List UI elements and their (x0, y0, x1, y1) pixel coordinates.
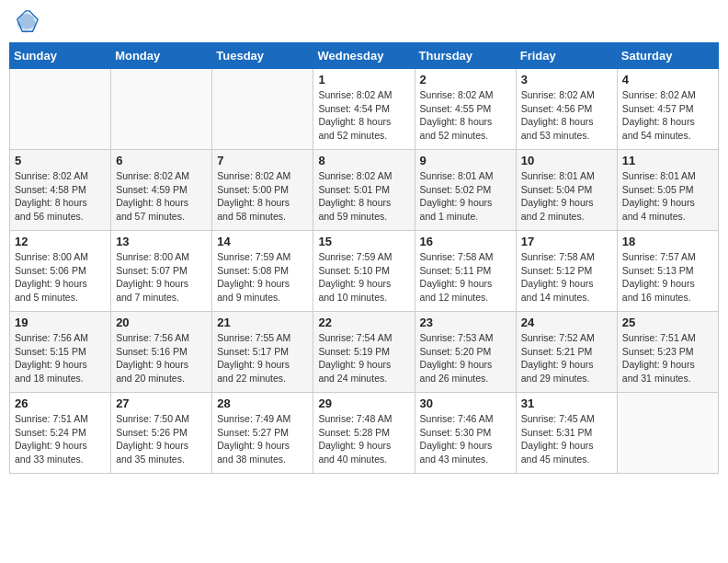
day-info: Sunrise: 7:54 AM Sunset: 5:19 PM Dayligh… (318, 331, 409, 385)
day-number: 12 (15, 235, 106, 248)
calendar-cell (212, 69, 313, 150)
day-number: 28 (217, 396, 308, 410)
day-info: Sunrise: 7:50 AM Sunset: 5:26 PM Dayligh… (116, 412, 207, 466)
calendar-cell: 5Sunrise: 8:02 AM Sunset: 4:58 PM Daylig… (10, 150, 111, 231)
calendar-cell: 14Sunrise: 7:59 AM Sunset: 5:08 PM Dayli… (212, 231, 313, 312)
calendar-cell: 23Sunrise: 7:53 AM Sunset: 5:20 PM Dayli… (415, 312, 516, 393)
weekday-header-row: SundayMondayTuesdayWednesdayThursdayFrid… (10, 43, 719, 69)
calendar-cell: 16Sunrise: 7:58 AM Sunset: 5:11 PM Dayli… (415, 231, 516, 312)
day-info: Sunrise: 7:49 AM Sunset: 5:27 PM Dayligh… (217, 412, 308, 466)
calendar-header: SundayMondayTuesdayWednesdayThursdayFrid… (10, 43, 719, 69)
day-info: Sunrise: 7:59 AM Sunset: 5:08 PM Dayligh… (217, 250, 308, 304)
day-info: Sunrise: 7:48 AM Sunset: 5:28 PM Dayligh… (318, 412, 409, 466)
weekday-friday: Friday (516, 43, 617, 69)
calendar-cell: 15Sunrise: 7:59 AM Sunset: 5:10 PM Dayli… (313, 231, 415, 312)
day-info: Sunrise: 8:02 AM Sunset: 4:54 PM Dayligh… (318, 88, 409, 143)
calendar-week-1: 1Sunrise: 8:02 AM Sunset: 4:54 PM Daylig… (10, 69, 719, 150)
page-header (9, 9, 719, 35)
day-info: Sunrise: 7:46 AM Sunset: 5:30 PM Dayligh… (420, 412, 511, 466)
calendar-body: 1Sunrise: 8:02 AM Sunset: 4:54 PM Daylig… (10, 69, 719, 474)
calendar-cell: 6Sunrise: 8:02 AM Sunset: 4:59 PM Daylig… (111, 150, 212, 231)
day-number: 14 (217, 235, 308, 248)
day-info: Sunrise: 7:59 AM Sunset: 5:10 PM Dayligh… (318, 250, 409, 304)
day-number: 5 (15, 154, 106, 167)
day-number: 18 (622, 235, 713, 248)
day-number: 7 (217, 154, 308, 167)
day-info: Sunrise: 7:53 AM Sunset: 5:20 PM Dayligh… (420, 331, 511, 385)
calendar-cell: 28Sunrise: 7:49 AM Sunset: 5:27 PM Dayli… (212, 393, 313, 474)
logo (14, 9, 43, 35)
day-number: 6 (116, 154, 207, 167)
day-number: 27 (116, 396, 207, 410)
day-number: 24 (521, 316, 612, 329)
day-number: 10 (521, 154, 612, 167)
calendar-cell: 29Sunrise: 7:48 AM Sunset: 5:28 PM Dayli… (313, 393, 415, 474)
day-info: Sunrise: 7:52 AM Sunset: 5:21 PM Dayligh… (521, 331, 612, 385)
day-info: Sunrise: 7:51 AM Sunset: 5:23 PM Dayligh… (622, 331, 713, 385)
day-number: 23 (420, 316, 511, 329)
calendar-cell: 10Sunrise: 8:01 AM Sunset: 5:04 PM Dayli… (516, 150, 617, 231)
day-info: Sunrise: 7:51 AM Sunset: 5:24 PM Dayligh… (15, 412, 106, 466)
weekday-thursday: Thursday (415, 43, 516, 69)
day-info: Sunrise: 7:56 AM Sunset: 5:15 PM Dayligh… (15, 331, 106, 385)
day-info: Sunrise: 8:02 AM Sunset: 5:01 PM Dayligh… (318, 169, 409, 224)
calendar-cell (617, 393, 718, 474)
day-number: 3 (521, 73, 612, 86)
calendar-cell: 17Sunrise: 7:58 AM Sunset: 5:12 PM Dayli… (516, 231, 617, 312)
weekday-tuesday: Tuesday (212, 43, 313, 69)
day-number: 13 (116, 235, 207, 248)
day-info: Sunrise: 8:01 AM Sunset: 5:02 PM Dayligh… (420, 169, 511, 224)
calendar-cell: 4Sunrise: 8:02 AM Sunset: 4:57 PM Daylig… (617, 69, 718, 150)
calendar-cell: 22Sunrise: 7:54 AM Sunset: 5:19 PM Dayli… (313, 312, 415, 393)
calendar-week-5: 26Sunrise: 7:51 AM Sunset: 5:24 PM Dayli… (10, 393, 719, 474)
calendar-cell: 25Sunrise: 7:51 AM Sunset: 5:23 PM Dayli… (617, 312, 718, 393)
day-number: 4 (622, 73, 713, 86)
day-number: 31 (521, 396, 612, 410)
day-number: 30 (420, 396, 511, 410)
day-info: Sunrise: 8:01 AM Sunset: 5:04 PM Dayligh… (521, 169, 612, 224)
day-info: Sunrise: 8:00 AM Sunset: 5:07 PM Dayligh… (116, 250, 207, 304)
day-number: 17 (521, 235, 612, 248)
calendar-cell (10, 69, 111, 150)
day-info: Sunrise: 7:45 AM Sunset: 5:31 PM Dayligh… (521, 412, 612, 466)
calendar-cell: 24Sunrise: 7:52 AM Sunset: 5:21 PM Dayli… (516, 312, 617, 393)
day-number: 1 (318, 73, 409, 86)
day-info: Sunrise: 8:02 AM Sunset: 4:58 PM Dayligh… (15, 169, 106, 224)
day-info: Sunrise: 8:01 AM Sunset: 5:05 PM Dayligh… (622, 169, 713, 224)
day-number: 21 (217, 316, 308, 329)
day-info: Sunrise: 7:55 AM Sunset: 5:17 PM Dayligh… (217, 331, 308, 385)
day-number: 25 (622, 316, 713, 329)
day-info: Sunrise: 8:02 AM Sunset: 4:56 PM Dayligh… (521, 88, 612, 143)
day-info: Sunrise: 8:02 AM Sunset: 5:00 PM Dayligh… (217, 169, 308, 224)
day-info: Sunrise: 7:56 AM Sunset: 5:16 PM Dayligh… (116, 331, 207, 385)
day-number: 9 (420, 154, 511, 167)
weekday-saturday: Saturday (617, 43, 718, 69)
calendar-week-2: 5Sunrise: 8:02 AM Sunset: 4:58 PM Daylig… (10, 150, 719, 231)
calendar-table: SundayMondayTuesdayWednesdayThursdayFrid… (9, 42, 719, 474)
calendar-cell: 18Sunrise: 7:57 AM Sunset: 5:13 PM Dayli… (617, 231, 718, 312)
calendar-cell: 30Sunrise: 7:46 AM Sunset: 5:30 PM Dayli… (415, 393, 516, 474)
weekday-monday: Monday (111, 43, 212, 69)
calendar-cell: 12Sunrise: 8:00 AM Sunset: 5:06 PM Dayli… (10, 231, 111, 312)
calendar-week-4: 19Sunrise: 7:56 AM Sunset: 5:15 PM Dayli… (10, 312, 719, 393)
calendar-cell: 31Sunrise: 7:45 AM Sunset: 5:31 PM Dayli… (516, 393, 617, 474)
calendar-cell: 7Sunrise: 8:02 AM Sunset: 5:00 PM Daylig… (212, 150, 313, 231)
calendar-cell: 19Sunrise: 7:56 AM Sunset: 5:15 PM Dayli… (10, 312, 111, 393)
calendar-cell: 9Sunrise: 8:01 AM Sunset: 5:02 PM Daylig… (415, 150, 516, 231)
calendar-cell: 3Sunrise: 8:02 AM Sunset: 4:56 PM Daylig… (516, 69, 617, 150)
logo-icon (14, 9, 40, 35)
calendar-cell: 20Sunrise: 7:56 AM Sunset: 5:16 PM Dayli… (111, 312, 212, 393)
calendar-cell: 21Sunrise: 7:55 AM Sunset: 5:17 PM Dayli… (212, 312, 313, 393)
calendar-cell: 2Sunrise: 8:02 AM Sunset: 4:55 PM Daylig… (415, 69, 516, 150)
day-info: Sunrise: 8:02 AM Sunset: 4:59 PM Dayligh… (116, 169, 207, 224)
weekday-wednesday: Wednesday (313, 43, 415, 69)
day-number: 29 (318, 396, 409, 410)
day-number: 8 (318, 154, 409, 167)
day-number: 15 (318, 235, 409, 248)
day-number: 19 (15, 316, 106, 329)
day-info: Sunrise: 7:57 AM Sunset: 5:13 PM Dayligh… (622, 250, 713, 304)
day-number: 22 (318, 316, 409, 329)
day-info: Sunrise: 8:02 AM Sunset: 4:55 PM Dayligh… (420, 88, 511, 143)
day-number: 11 (622, 154, 713, 167)
calendar-cell: 8Sunrise: 8:02 AM Sunset: 5:01 PM Daylig… (313, 150, 415, 231)
